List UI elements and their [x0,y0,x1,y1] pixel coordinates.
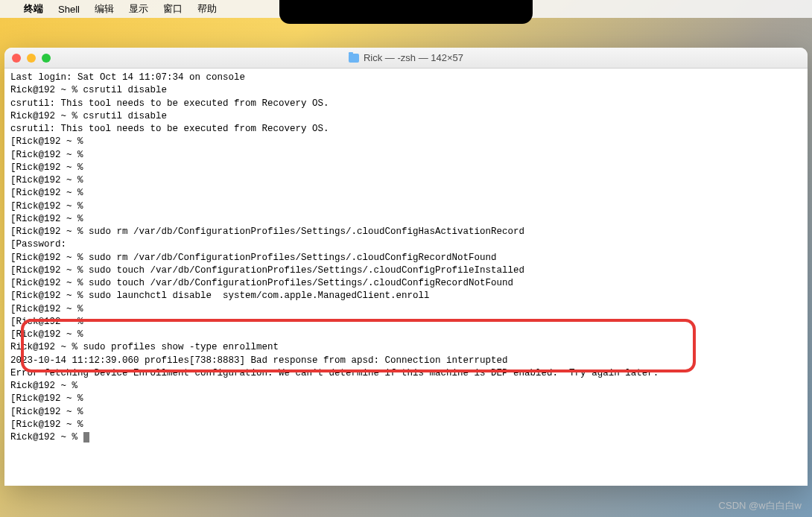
terminal-line: [Rick@192 ~ % [10,419,802,431]
terminal-line: [Password: [10,238,802,251]
traffic-lights [12,54,51,63]
terminal-line: Rick@192 ~ % csrutil disable [10,110,802,123]
minimize-button[interactable] [27,54,36,63]
terminal-line: [Rick@192 ~ % [10,149,802,162]
terminal-line: [Rick@192 ~ % [10,187,802,200]
terminal-line: [Rick@192 ~ % [10,174,802,187]
menu-shell[interactable]: Shell [58,4,80,15]
terminal-line: [Rick@192 ~ % sudo rm /var/db/Configurat… [10,252,802,264]
terminal-line: csrutil: This tool needs to be executed … [10,98,802,110]
window-title-text: Rick — -zsh — 142×57 [364,52,463,63]
terminal-line: Rick@192 ~ % [10,380,802,393]
terminal-line: [Rick@192 ~ % [10,303,802,316]
menu-help[interactable]: 帮助 [197,2,217,16]
terminal-line: [Rick@192 ~ % [10,162,802,174]
display-notch [279,0,533,24]
terminal-line: [Rick@192 ~ % sudo touch /var/db/Configu… [10,277,802,290]
folder-icon [349,54,359,63]
menu-edit[interactable]: 编辑 [95,2,114,16]
zoom-button[interactable] [42,54,51,63]
close-button[interactable] [12,54,21,63]
window-title: Rick — -zsh — 142×57 [349,52,463,63]
terminal-line: 2023-10-14 11:12:39.060 profiles[738:888… [10,355,802,367]
terminal-line: [Rick@192 ~ % [10,406,802,419]
cursor [83,432,89,443]
terminal-body[interactable]: Last login: Sat Oct 14 11:07:34 on conso… [4,69,808,486]
watermark: CSDN @w白白白w [719,499,802,513]
terminal-line: Rick@192 ~ % [10,431,802,444]
terminal-window: Rick — -zsh — 142×57 Last login: Sat Oct… [4,48,808,486]
terminal-line: [Rick@192 ~ % sudo rm /var/db/Configurat… [10,226,802,238]
menu-app-name[interactable]: 终端 [24,2,43,16]
terminal-line: [Rick@192 ~ % sudo launchctl disable sys… [10,290,802,302]
menu-window[interactable]: 窗口 [163,2,183,16]
terminal-line: Rick@192 ~ % sudo profiles show -type en… [10,341,802,354]
terminal-line: [Rick@192 ~ % [10,393,802,405]
terminal-line: [Rick@192 ~ % sudo touch /var/db/Configu… [10,264,802,277]
terminal-line: [Rick@192 ~ % [10,136,802,148]
terminal-line: Rick@192 ~ % csrutil disable [10,84,802,97]
terminal-line: csrutil: This tool needs to be executed … [10,123,802,136]
terminal-line: [Rick@192 ~ % [10,200,802,213]
title-bar[interactable]: Rick — -zsh — 142×57 [4,48,808,69]
menu-view[interactable]: 显示 [129,2,148,16]
terminal-line: Last login: Sat Oct 14 11:07:34 on conso… [10,72,802,84]
terminal-line: [Rick@192 ~ % [10,213,802,226]
terminal-line: Error fetching Device Enrollment configu… [10,367,802,380]
terminal-line: [Rick@192 ~ % [10,329,802,341]
terminal-line: [Rick@192 ~ % [10,316,802,329]
